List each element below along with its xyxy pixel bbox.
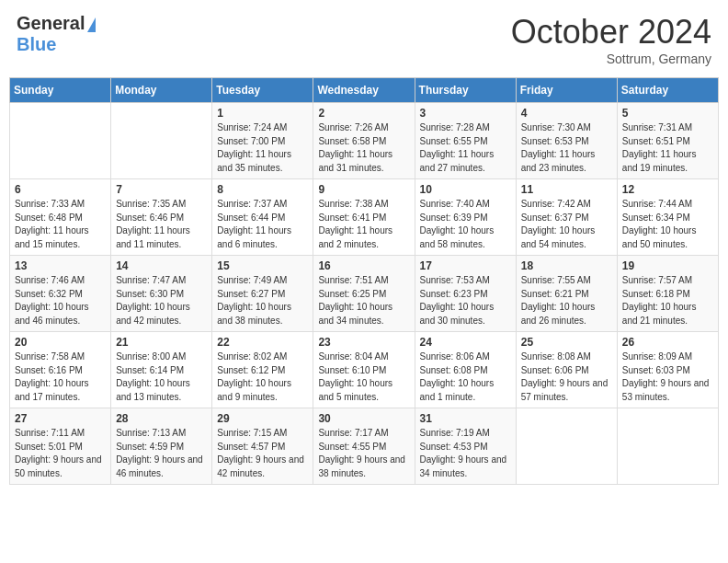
day-info: Sunrise: 7:51 AM Sunset: 6:25 PM Dayligh…: [318, 274, 409, 327]
calendar-cell: 7Sunrise: 7:35 AM Sunset: 6:46 PM Daylig…: [111, 179, 212, 256]
calendar-cell: 1Sunrise: 7:24 AM Sunset: 7:00 PM Daylig…: [212, 103, 313, 179]
day-info: Sunrise: 7:37 AM Sunset: 6:44 PM Dayligh…: [217, 198, 308, 251]
calendar-cell: 21Sunrise: 8:00 AM Sunset: 6:14 PM Dayli…: [111, 332, 212, 408]
column-header-friday: Friday: [516, 78, 617, 103]
logo: General Blue: [17, 13, 96, 55]
calendar-cell: [111, 103, 212, 179]
day-number: 1: [217, 107, 308, 120]
calendar-table: SundayMondayTuesdayWednesdayThursdayFrid…: [9, 77, 719, 485]
day-number: 15: [217, 259, 308, 272]
title-block: October 2024 Sottrum, Germany: [511, 13, 711, 66]
month-title: October 2024: [511, 13, 711, 52]
day-number: 30: [318, 412, 409, 425]
day-number: 18: [521, 259, 612, 272]
calendar-cell: [10, 103, 111, 179]
day-info: Sunrise: 7:17 AM Sunset: 4:55 PM Dayligh…: [318, 427, 409, 480]
calendar-cell: 29Sunrise: 7:15 AM Sunset: 4:57 PM Dayli…: [212, 408, 313, 485]
calendar-cell: 12Sunrise: 7:44 AM Sunset: 6:34 PM Dayli…: [617, 179, 718, 256]
day-info: Sunrise: 7:44 AM Sunset: 6:34 PM Dayligh…: [622, 198, 713, 251]
logo-arrow-icon: [87, 17, 96, 32]
day-info: Sunrise: 7:46 AM Sunset: 6:32 PM Dayligh…: [15, 274, 106, 327]
calendar-cell: 22Sunrise: 8:02 AM Sunset: 6:12 PM Dayli…: [212, 332, 313, 408]
day-info: Sunrise: 7:35 AM Sunset: 6:46 PM Dayligh…: [116, 198, 207, 251]
day-info: Sunrise: 7:40 AM Sunset: 6:39 PM Dayligh…: [420, 198, 511, 251]
day-number: 21: [116, 336, 207, 349]
page-header: General Blue October 2024 Sottrum, Germa…: [9, 9, 719, 70]
day-number: 19: [622, 259, 713, 272]
calendar-cell: 27Sunrise: 7:11 AM Sunset: 5:01 PM Dayli…: [10, 408, 111, 485]
calendar-cell: 10Sunrise: 7:40 AM Sunset: 6:39 PM Dayli…: [415, 179, 516, 256]
calendar-week-4: 20Sunrise: 7:58 AM Sunset: 6:16 PM Dayli…: [10, 332, 719, 408]
calendar-cell: 19Sunrise: 7:57 AM Sunset: 6:18 PM Dayli…: [617, 256, 718, 332]
day-number: 4: [521, 107, 612, 120]
day-info: Sunrise: 8:02 AM Sunset: 6:12 PM Dayligh…: [217, 350, 308, 404]
day-number: 9: [318, 183, 409, 196]
calendar-header-row: SundayMondayTuesdayWednesdayThursdayFrid…: [10, 78, 719, 103]
calendar-cell: [516, 408, 617, 485]
calendar-cell: 15Sunrise: 7:49 AM Sunset: 6:27 PM Dayli…: [212, 256, 313, 332]
calendar-cell: 16Sunrise: 7:51 AM Sunset: 6:25 PM Dayli…: [313, 256, 415, 332]
day-info: Sunrise: 7:15 AM Sunset: 4:57 PM Dayligh…: [217, 427, 308, 480]
day-info: Sunrise: 8:00 AM Sunset: 6:14 PM Dayligh…: [116, 350, 207, 404]
day-info: Sunrise: 7:38 AM Sunset: 6:41 PM Dayligh…: [318, 198, 409, 251]
column-header-thursday: Thursday: [415, 78, 516, 103]
day-info: Sunrise: 7:26 AM Sunset: 6:58 PM Dayligh…: [318, 121, 409, 175]
day-number: 8: [217, 183, 308, 196]
calendar-cell: [617, 408, 718, 485]
logo-text-general: General: [17, 13, 85, 34]
calendar-cell: 11Sunrise: 7:42 AM Sunset: 6:37 PM Dayli…: [516, 179, 617, 256]
day-info: Sunrise: 7:30 AM Sunset: 6:53 PM Dayligh…: [521, 121, 612, 175]
calendar-week-2: 6Sunrise: 7:33 AM Sunset: 6:48 PM Daylig…: [10, 179, 719, 256]
day-info: Sunrise: 7:53 AM Sunset: 6:23 PM Dayligh…: [420, 274, 511, 327]
day-number: 17: [420, 259, 511, 272]
day-number: 13: [15, 259, 106, 272]
day-info: Sunrise: 7:31 AM Sunset: 6:51 PM Dayligh…: [622, 121, 713, 175]
location-subtitle: Sottrum, Germany: [511, 52, 711, 66]
column-header-monday: Monday: [111, 78, 212, 103]
day-number: 28: [116, 412, 207, 425]
calendar-cell: 28Sunrise: 7:13 AM Sunset: 4:59 PM Dayli…: [111, 408, 212, 485]
calendar-cell: 13Sunrise: 7:46 AM Sunset: 6:32 PM Dayli…: [10, 256, 111, 332]
calendar-cell: 17Sunrise: 7:53 AM Sunset: 6:23 PM Dayli…: [415, 256, 516, 332]
day-info: Sunrise: 7:13 AM Sunset: 4:59 PM Dayligh…: [116, 427, 207, 480]
calendar-cell: 18Sunrise: 7:55 AM Sunset: 6:21 PM Dayli…: [516, 256, 617, 332]
day-info: Sunrise: 8:04 AM Sunset: 6:10 PM Dayligh…: [318, 350, 409, 404]
column-header-wednesday: Wednesday: [313, 78, 415, 103]
calendar-cell: 6Sunrise: 7:33 AM Sunset: 6:48 PM Daylig…: [10, 179, 111, 256]
calendar-cell: 4Sunrise: 7:30 AM Sunset: 6:53 PM Daylig…: [516, 103, 617, 179]
day-number: 27: [15, 412, 106, 425]
column-header-saturday: Saturday: [617, 78, 718, 103]
day-number: 2: [318, 107, 409, 120]
day-info: Sunrise: 7:57 AM Sunset: 6:18 PM Dayligh…: [622, 274, 713, 327]
day-info: Sunrise: 7:19 AM Sunset: 4:53 PM Dayligh…: [420, 427, 511, 480]
calendar-week-5: 27Sunrise: 7:11 AM Sunset: 5:01 PM Dayli…: [10, 408, 719, 485]
calendar-cell: 2Sunrise: 7:26 AM Sunset: 6:58 PM Daylig…: [313, 103, 415, 179]
calendar-cell: 26Sunrise: 8:09 AM Sunset: 6:03 PM Dayli…: [617, 332, 718, 408]
day-info: Sunrise: 7:49 AM Sunset: 6:27 PM Dayligh…: [217, 274, 308, 327]
day-info: Sunrise: 8:09 AM Sunset: 6:03 PM Dayligh…: [622, 350, 713, 404]
calendar-cell: 25Sunrise: 8:08 AM Sunset: 6:06 PM Dayli…: [516, 332, 617, 408]
calendar-body: 1Sunrise: 7:24 AM Sunset: 7:00 PM Daylig…: [10, 103, 719, 485]
day-number: 26: [622, 336, 713, 349]
day-number: 7: [116, 183, 207, 196]
day-number: 11: [521, 183, 612, 196]
day-number: 3: [420, 107, 511, 120]
day-info: Sunrise: 7:33 AM Sunset: 6:48 PM Dayligh…: [15, 198, 106, 251]
day-info: Sunrise: 8:06 AM Sunset: 6:08 PM Dayligh…: [420, 350, 511, 404]
calendar-cell: 3Sunrise: 7:28 AM Sunset: 6:55 PM Daylig…: [415, 103, 516, 179]
calendar-cell: 30Sunrise: 7:17 AM Sunset: 4:55 PM Dayli…: [313, 408, 415, 485]
day-info: Sunrise: 7:47 AM Sunset: 6:30 PM Dayligh…: [116, 274, 207, 327]
calendar-cell: 24Sunrise: 8:06 AM Sunset: 6:08 PM Dayli…: [415, 332, 516, 408]
logo-text-blue: Blue: [17, 34, 56, 54]
day-info: Sunrise: 7:58 AM Sunset: 6:16 PM Dayligh…: [15, 350, 106, 404]
column-header-tuesday: Tuesday: [212, 78, 313, 103]
day-number: 23: [318, 336, 409, 349]
calendar-cell: 5Sunrise: 7:31 AM Sunset: 6:51 PM Daylig…: [617, 103, 718, 179]
day-number: 5: [622, 107, 713, 120]
day-info: Sunrise: 7:55 AM Sunset: 6:21 PM Dayligh…: [521, 274, 612, 327]
day-number: 20: [15, 336, 106, 349]
day-number: 24: [420, 336, 511, 349]
day-number: 22: [217, 336, 308, 349]
day-number: 25: [521, 336, 612, 349]
calendar-cell: 31Sunrise: 7:19 AM Sunset: 4:53 PM Dayli…: [415, 408, 516, 485]
